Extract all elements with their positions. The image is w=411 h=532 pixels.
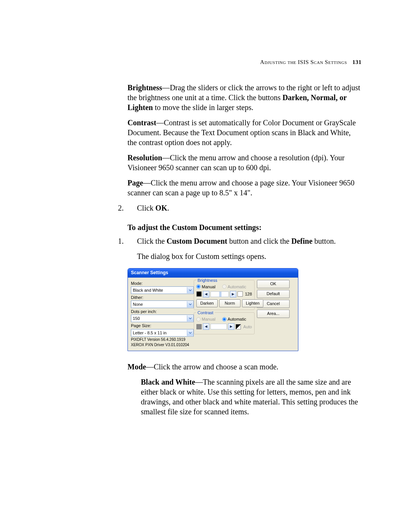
brightness-value: 128 — [245, 291, 252, 297]
section-name: Adjusting the ISIS Scan Settings — [260, 59, 347, 65]
darken-button[interactable]: Darken — [196, 299, 218, 307]
dpi-combo[interactable]: 150 — [131, 315, 194, 322]
dpi-value: 150 — [131, 316, 187, 321]
mode-value: Black and White — [131, 288, 187, 293]
contrast-legend: Contrast — [196, 310, 215, 315]
pagesize-value: Letter - 8.5 x 11 in — [131, 330, 187, 335]
mode-combo[interactable]: Black and White — [131, 286, 194, 294]
area-button[interactable]: Area... — [257, 310, 290, 318]
chevron-down-icon[interactable] — [187, 287, 193, 293]
slider-track — [210, 324, 227, 329]
scanner-settings-dialog: Scanner Settings Mode: Black and White D… — [127, 268, 298, 351]
default-button[interactable]: Default — [257, 290, 290, 298]
para-page: Page—Click the menu arrow and choose a p… — [127, 178, 362, 198]
brightness-auto-radio: Automatic — [222, 284, 246, 289]
dither-combo[interactable]: None — [131, 300, 194, 308]
contrast-group: Contrast Manual Automatic ◀ ▶ Auto — [194, 312, 255, 334]
running-header: Adjusting the ISIS Scan Settings 131 — [127, 59, 362, 66]
brightness-slider[interactable]: ◀ ▶ 128 — [196, 291, 252, 297]
term-resolution: Resolution — [127, 153, 162, 162]
pagesize-combo[interactable]: Letter - 8.5 x 11 in — [131, 329, 194, 337]
dialog-title: Scanner Settings — [128, 268, 298, 278]
para-mode: Mode—Click the arrow and choose a scan m… — [127, 362, 362, 372]
ok-button[interactable]: OK — [257, 280, 290, 288]
gray-swatch-icon — [196, 324, 202, 329]
bw-swatch-icon — [236, 324, 241, 329]
dither-label: Dither: — [131, 295, 194, 300]
term-bw: Black and White — [141, 378, 195, 386]
pagesize-label: Page Size: — [131, 323, 194, 328]
step-custom-1b: The dialog box for Custom settings opens… — [127, 251, 362, 261]
contrast-slider: ◀ ▶ Auto — [196, 323, 252, 330]
version-2: XEROX PXN Driver V3.01.010204 — [131, 343, 194, 348]
para-resolution: Resolution—Click the menu arrow and choo… — [127, 153, 362, 173]
white-swatch-icon — [237, 291, 243, 297]
para-brightness: Brightness—Drag the sliders or click the… — [127, 83, 362, 112]
page-number: 131 — [352, 59, 362, 65]
term-brightness: Brightness — [127, 83, 162, 92]
norm-button[interactable]: Norm — [219, 299, 241, 307]
step-2: 2.Click OK. — [127, 203, 362, 213]
dither-value: None — [131, 302, 187, 307]
brightness-manual-radio[interactable]: Manual — [196, 284, 215, 289]
contrast-manual-radio: Manual — [196, 316, 215, 322]
lighten-button[interactable]: Lighten — [242, 299, 263, 307]
brightness-legend: Brightness — [196, 278, 218, 283]
term-mode: Mode — [127, 363, 146, 371]
nudge-right-icon[interactable]: ▶ — [230, 291, 236, 297]
term-contrast: Contrast — [127, 118, 156, 127]
slider-track[interactable] — [210, 291, 229, 297]
black-swatch-icon — [196, 291, 202, 297]
nudge-left-icon[interactable]: ◀ — [203, 291, 209, 297]
mode-label: Mode: — [131, 281, 194, 286]
term-page: Page — [127, 179, 143, 187]
nudge-right-icon: ▶ — [228, 323, 234, 330]
dpi-label: Dots per inch: — [131, 309, 194, 314]
contrast-auto-radio[interactable]: Automatic — [222, 316, 246, 322]
heading-custom-doc: To adjust the Custom Document settings: — [127, 222, 362, 232]
para-black-and-white: Black and White—The scanning pixels are … — [127, 377, 362, 417]
chevron-down-icon[interactable] — [187, 301, 193, 307]
step-custom-1: 1.Click the Custom Document button and c… — [127, 236, 362, 246]
chevron-down-icon[interactable] — [187, 315, 193, 321]
chevron-down-icon[interactable] — [187, 330, 193, 336]
version-1: PIXDFLT Version 56.4.260.1919 — [131, 337, 194, 342]
para-contrast: Contrast—Contrast is set automatically f… — [127, 118, 362, 147]
contrast-auto-label: Auto — [243, 324, 252, 329]
nudge-left-icon: ◀ — [203, 323, 209, 330]
brightness-group: Brightness Manual Automatic ◀ ▶ 128 — [194, 280, 255, 310]
